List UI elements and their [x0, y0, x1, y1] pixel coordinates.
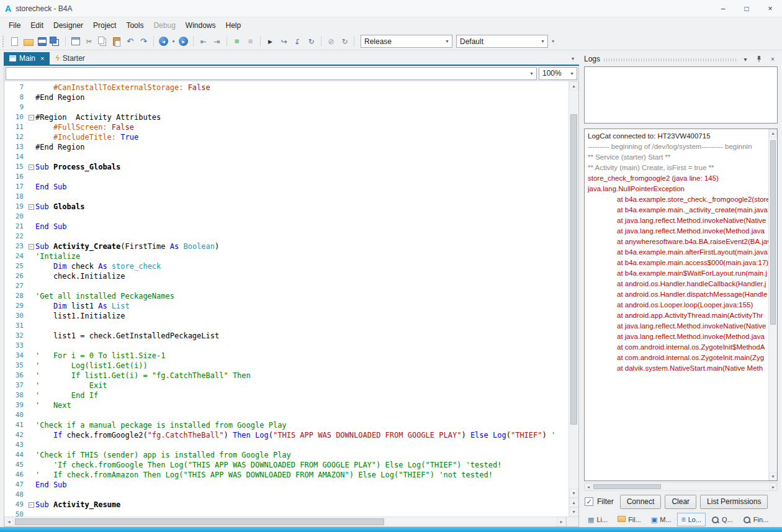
scroll-up-icon[interactable]: ▴	[569, 81, 578, 91]
panel-tab-label: Q...	[722, 516, 733, 523]
scroll-track[interactable]	[592, 483, 770, 490]
chevron-down-icon[interactable]: ▾	[567, 71, 577, 76]
scroll-thumb[interactable]	[15, 518, 384, 525]
code-text: Sub Globals	[35, 202, 569, 212]
chevron-down-icon[interactable]: ▾	[538, 38, 547, 44]
save-icon[interactable]	[35, 35, 48, 48]
toolbar-overflow-icon[interactable]: ▾	[552, 38, 554, 44]
next-change-icon[interactable]: ▾	[569, 507, 578, 516]
panel-tab-lo[interactable]: Lo...	[677, 513, 706, 526]
log-filter-input[interactable]	[584, 66, 778, 124]
clear-button[interactable]: Clear	[665, 495, 696, 509]
scroll-thumb[interactable]	[570, 114, 577, 425]
scroll-right-icon[interactable]: ▸	[770, 483, 777, 490]
build-configuration-select[interactable]: Release ▾	[361, 35, 452, 48]
panel-drag-grip[interactable]	[604, 58, 737, 61]
panel-tab-m[interactable]: M...	[647, 513, 676, 526]
document-list-icon[interactable]: ▾	[567, 56, 579, 61]
fold-toggle-icon[interactable]: -	[29, 244, 34, 250]
scroll-down-icon[interactable]: ▾	[569, 489, 578, 498]
scroll-track[interactable]	[569, 91, 578, 489]
fold-margin	[27, 510, 35, 516]
uncomment-icon[interactable]	[244, 35, 257, 48]
redo-icon[interactable]	[137, 35, 150, 48]
step-over-icon[interactable]	[291, 35, 304, 48]
outdent-icon[interactable]	[197, 35, 210, 48]
stop-icon[interactable]	[325, 35, 338, 48]
cut-icon[interactable]	[83, 35, 96, 48]
window-position-icon[interactable]: ▾	[740, 56, 750, 63]
close-button[interactable]: ×	[758, 0, 782, 17]
log-line: at java.lang.reflect.Method.invoke(Metho…	[585, 226, 768, 237]
list-permissions-button[interactable]: List Permissions	[700, 495, 768, 509]
run-icon[interactable]	[264, 35, 277, 48]
scroll-right-icon[interactable]: ▸	[557, 517, 566, 526]
undo-icon[interactable]	[124, 35, 137, 48]
designer-icon[interactable]	[69, 35, 82, 48]
scroll-left-icon[interactable]: ◂	[585, 483, 592, 490]
navigate-forward-icon[interactable]	[177, 35, 190, 48]
navigate-back-menu-icon[interactable]	[171, 35, 176, 48]
new-file-icon[interactable]	[8, 35, 21, 48]
tab-starter[interactable]: Starter	[50, 52, 90, 65]
indent-icon[interactable]	[210, 35, 223, 48]
panel-splitter[interactable]	[579, 52, 583, 527]
menu-file[interactable]: File	[4, 19, 25, 32]
scroll-track[interactable]	[14, 517, 557, 526]
fold-toggle-icon[interactable]: -	[29, 204, 34, 210]
close-panel-icon[interactable]: ×	[768, 56, 778, 63]
editor-horizontal-scrollbar[interactable]: ◂ ▸	[4, 517, 566, 526]
comment-icon[interactable]	[230, 35, 243, 48]
tab-close-icon[interactable]: ×	[40, 55, 44, 62]
tab-main[interactable]: Main×	[4, 52, 50, 65]
chevron-down-icon[interactable]: ▾	[527, 71, 536, 76]
fold-toggle-icon[interactable]: -	[29, 115, 34, 120]
member-navigator-select[interactable]: ▾	[6, 67, 537, 80]
step-into-icon[interactable]	[277, 35, 290, 48]
menu-windows[interactable]: Windows	[181, 19, 221, 32]
code-line: 25 Dim check As store_check	[4, 261, 569, 271]
log-vertical-scrollbar[interactable]: ▴ ▾	[768, 129, 777, 480]
pin-icon[interactable]	[754, 55, 764, 63]
menu-edit[interactable]: Edit	[25, 19, 48, 32]
scroll-thumb[interactable]	[770, 140, 776, 325]
log-output[interactable]: LogCat connected to: HT23VW400715-------…	[585, 129, 768, 480]
scroll-down-icon[interactable]: ▾	[769, 472, 777, 480]
menu-designer[interactable]: Designer	[48, 19, 88, 32]
panel-tab-li[interactable]: Li...	[583, 513, 612, 526]
navigate-back-icon[interactable]	[157, 35, 170, 48]
connect-button[interactable]: Connect	[620, 495, 662, 509]
scroll-track[interactable]	[769, 137, 777, 472]
copy-icon[interactable]	[96, 35, 109, 48]
clean-project-icon[interactable]	[338, 35, 351, 48]
paste-icon[interactable]	[110, 35, 123, 48]
scroll-up-icon[interactable]: ▴	[769, 129, 777, 137]
code-editor[interactable]: 7 #CanInstallToExternalStorage: False8#E…	[4, 81, 569, 516]
line-number: 44	[4, 450, 27, 460]
menu-tools[interactable]: Tools	[121, 19, 148, 32]
menu-help[interactable]: Help	[221, 19, 246, 32]
panel-tab-fin[interactable]: Fin...	[739, 513, 773, 526]
scroll-thumb[interactable]	[593, 484, 661, 489]
open-project-icon[interactable]	[22, 35, 35, 48]
fold-toggle-icon[interactable]: -	[29, 502, 34, 508]
log-horizontal-scrollbar[interactable]: ◂ ▸	[584, 482, 778, 491]
panel-tab-q[interactable]: Q...	[707, 513, 737, 526]
fold-toggle-icon[interactable]: -	[29, 165, 34, 170]
resume-icon[interactable]	[305, 35, 318, 48]
menu-project[interactable]: Project	[88, 19, 121, 32]
panel-tab-fil[interactable]: Fil...	[613, 513, 645, 526]
scroll-left-icon[interactable]: ◂	[4, 517, 14, 526]
zoom-select[interactable]: 100% ▾	[539, 67, 577, 80]
target-select[interactable]: Default ▾	[456, 35, 548, 48]
code-text	[35, 440, 569, 450]
lightning-icon	[55, 54, 59, 63]
chevron-down-icon[interactable]: ▾	[443, 38, 452, 44]
maximize-button[interactable]: □	[735, 0, 758, 17]
minimize-button[interactable]: –	[711, 0, 735, 17]
filter-checkbox[interactable]: ✓	[585, 497, 593, 506]
fold-margin	[27, 470, 35, 480]
editor-vertical-scrollbar[interactable]: ▴ ▾ ▴ ▾	[569, 81, 578, 516]
prev-change-icon[interactable]: ▴	[569, 498, 578, 507]
save-all-icon[interactable]	[49, 35, 62, 48]
